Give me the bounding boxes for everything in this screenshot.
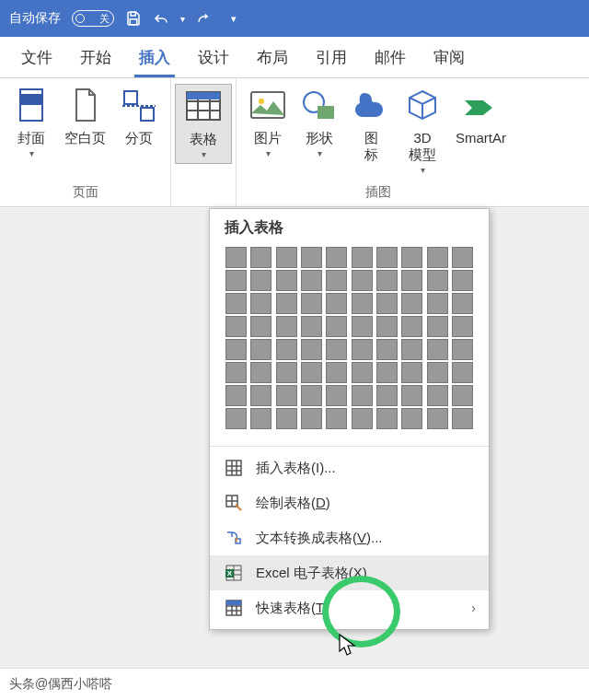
grid-cell[interactable]	[352, 385, 373, 406]
grid-cell[interactable]	[427, 316, 448, 337]
grid-cell[interactable]	[427, 293, 448, 314]
grid-cell[interactable]	[401, 293, 422, 314]
icons-button[interactable]: 图 标	[347, 84, 395, 167]
undo-caret-icon[interactable]: ▾	[180, 14, 185, 24]
grid-cell[interactable]	[326, 247, 347, 268]
grid-cell[interactable]	[301, 247, 322, 268]
menu-quick-tables[interactable]: 快速表格(T) ›	[210, 590, 489, 625]
grid-cell[interactable]	[427, 385, 448, 406]
grid-cell[interactable]	[401, 408, 422, 429]
pictures-button[interactable]: 图片▾	[244, 84, 292, 162]
menu-excel-spreadsheet[interactable]: X Excel 电子表格(X)	[210, 555, 489, 590]
grid-cell[interactable]	[452, 385, 473, 406]
tab-design[interactable]: 设计	[184, 40, 243, 77]
grid-cell[interactable]	[376, 362, 398, 383]
grid-cell[interactable]	[401, 362, 422, 383]
grid-cell[interactable]	[301, 408, 322, 429]
grid-cell[interactable]	[301, 339, 322, 360]
tab-mailings[interactable]: 邮件	[361, 40, 420, 77]
qat-customize-icon[interactable]: ▾	[231, 13, 237, 25]
grid-cell[interactable]	[452, 339, 473, 360]
grid-cell[interactable]	[276, 339, 297, 360]
grid-cell[interactable]	[225, 316, 247, 337]
grid-cell[interactable]	[225, 339, 247, 360]
grid-cell[interactable]	[452, 408, 473, 429]
grid-cell[interactable]	[376, 247, 398, 268]
grid-cell[interactable]	[352, 270, 373, 291]
grid-cell[interactable]	[401, 270, 422, 291]
grid-cell[interactable]	[427, 339, 448, 360]
grid-cell[interactable]	[427, 362, 448, 383]
grid-cell[interactable]	[427, 270, 448, 291]
tab-home[interactable]: 开始	[66, 40, 125, 77]
grid-cell[interactable]	[376, 385, 398, 406]
grid-cell[interactable]	[225, 385, 247, 406]
grid-cell[interactable]	[326, 408, 347, 429]
redo-icon[interactable]	[196, 10, 213, 27]
grid-cell[interactable]	[276, 385, 297, 406]
grid-cell[interactable]	[452, 247, 473, 268]
grid-cell[interactable]	[250, 247, 271, 268]
grid-cell[interactable]	[352, 316, 373, 337]
grid-cell[interactable]	[376, 293, 398, 314]
menu-insert-table[interactable]: 插入表格(I)...	[210, 450, 489, 485]
grid-cell[interactable]	[401, 247, 422, 268]
tab-review[interactable]: 审阅	[420, 40, 479, 77]
tab-file[interactable]: 文件	[7, 40, 66, 77]
grid-cell[interactable]	[301, 293, 322, 314]
grid-cell[interactable]	[250, 270, 271, 291]
grid-cell[interactable]	[352, 247, 373, 268]
grid-cell[interactable]	[225, 408, 247, 429]
grid-cell[interactable]	[250, 339, 271, 360]
3d-models-button[interactable]: 3D 模型▾	[398, 84, 446, 179]
cover-page-button[interactable]: 封面▾	[7, 84, 55, 162]
grid-cell[interactable]	[326, 293, 347, 314]
grid-cell[interactable]	[401, 316, 422, 337]
grid-cell[interactable]	[225, 293, 247, 314]
grid-cell[interactable]	[250, 362, 271, 383]
grid-cell[interactable]	[376, 339, 398, 360]
grid-cell[interactable]	[276, 293, 297, 314]
grid-cell[interactable]	[452, 362, 473, 383]
blank-page-button[interactable]: 空白页	[59, 84, 111, 150]
grid-cell[interactable]	[301, 316, 322, 337]
save-icon[interactable]	[125, 10, 142, 27]
grid-cell[interactable]	[250, 316, 271, 337]
grid-cell[interactable]	[452, 293, 473, 314]
grid-cell[interactable]	[301, 270, 322, 291]
grid-cell[interactable]	[452, 270, 473, 291]
grid-cell[interactable]	[326, 362, 347, 383]
grid-cell[interactable]	[352, 362, 373, 383]
grid-cell[interactable]	[250, 293, 271, 314]
grid-cell[interactable]	[276, 247, 297, 268]
grid-cell[interactable]	[376, 408, 398, 429]
grid-cell[interactable]	[427, 408, 448, 429]
grid-cell[interactable]	[250, 408, 271, 429]
page-break-button[interactable]: 分页	[115, 84, 163, 150]
table-button[interactable]: 表格▾	[175, 84, 232, 164]
grid-cell[interactable]	[452, 316, 473, 337]
grid-cell[interactable]	[326, 339, 347, 360]
grid-cell[interactable]	[352, 293, 373, 314]
grid-cell[interactable]	[326, 270, 347, 291]
grid-cell[interactable]	[301, 362, 322, 383]
autosave-toggle[interactable]: 关	[72, 10, 114, 27]
menu-draw-table[interactable]: 绘制表格(D)	[210, 485, 489, 520]
grid-cell[interactable]	[276, 362, 297, 383]
grid-cell[interactable]	[250, 385, 271, 406]
grid-cell[interactable]	[352, 408, 373, 429]
grid-cell[interactable]	[225, 362, 247, 383]
grid-cell[interactable]	[376, 316, 398, 337]
grid-cell[interactable]	[276, 316, 297, 337]
grid-cell[interactable]	[376, 270, 398, 291]
tab-layout[interactable]: 布局	[243, 40, 302, 77]
grid-cell[interactable]	[225, 270, 247, 291]
tab-insert[interactable]: 插入	[125, 40, 184, 77]
undo-icon[interactable]	[153, 10, 169, 27]
tab-references[interactable]: 引用	[302, 40, 361, 77]
grid-cell[interactable]	[401, 385, 422, 406]
shapes-button[interactable]: 形状▾	[295, 84, 343, 162]
grid-cell[interactable]	[427, 247, 448, 268]
grid-cell[interactable]	[352, 339, 373, 360]
grid-cell[interactable]	[276, 270, 297, 291]
